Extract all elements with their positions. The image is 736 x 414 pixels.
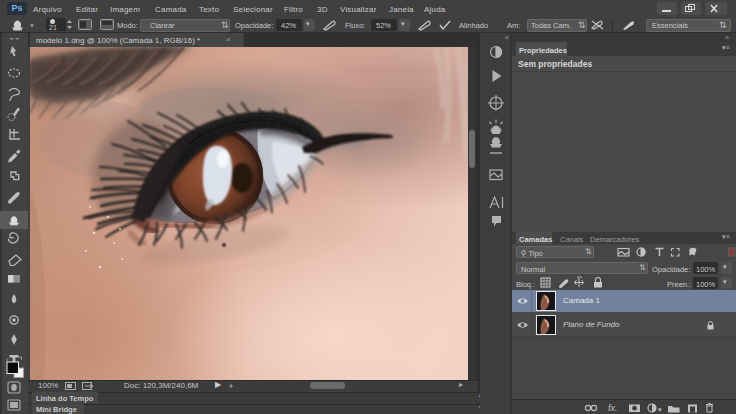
svg-text:fx.: fx. [608,403,618,413]
svg-text:▾: ▾ [658,406,662,413]
